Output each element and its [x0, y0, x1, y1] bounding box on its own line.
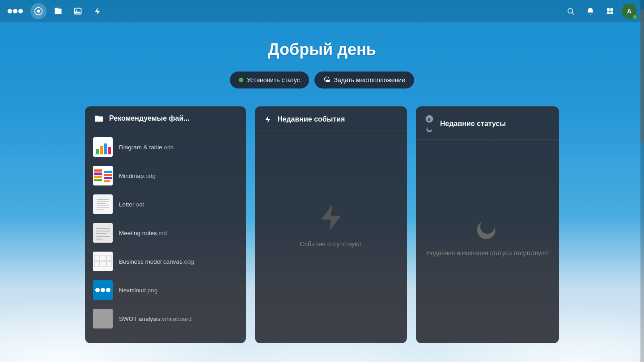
- file-name: Letter.odt: [119, 201, 144, 208]
- sun-icon: 🌤: [323, 76, 330, 84]
- nav-home[interactable]: [30, 3, 47, 19]
- statuses-empty-state: Недавние изменения статуса отсутствуют: [416, 140, 559, 328]
- events-empty-icon: [315, 202, 347, 233]
- svg-point-0: [8, 9, 12, 13]
- main-content: Добрый день Установить статус 🌤 Задать м…: [0, 22, 644, 343]
- svg-rect-16: [104, 143, 107, 154]
- svg-rect-23: [94, 179, 102, 181]
- notifications-button[interactable]: [582, 3, 598, 19]
- svg-rect-24: [104, 171, 112, 173]
- files-header-icon: [94, 114, 104, 122]
- svg-rect-14: [96, 149, 99, 154]
- svg-rect-10: [610, 8, 613, 11]
- set-location-label: Задать местоположение: [334, 76, 405, 84]
- svg-rect-28: [94, 196, 111, 213]
- file-name: SWOT analysis.whiteboard: [119, 316, 192, 322]
- statuses-card: Недавние статусы Недавние изменения стат…: [416, 106, 559, 343]
- events-card-header: Недавние события: [255, 106, 407, 131]
- search-button[interactable]: [563, 3, 579, 19]
- file-list: Diagram & table.ods: [85, 129, 246, 337]
- svg-point-2: [18, 9, 23, 13]
- list-item[interactable]: Letter.odt: [85, 190, 246, 219]
- svg-point-50: [106, 288, 110, 292]
- svg-rect-15: [100, 146, 103, 154]
- scrollbar-thumb[interactable]: [640, 9, 644, 143]
- svg-rect-27: [104, 180, 110, 182]
- svg-point-49: [101, 288, 105, 292]
- statuses-card-title: Недавние статусы: [440, 120, 506, 128]
- svg-point-1: [13, 9, 17, 13]
- file-thumbnail: [93, 194, 113, 214]
- status-buttons-row: Установить статус 🌤 Задать местоположени…: [230, 72, 414, 88]
- statuses-card-header: Недавние статусы: [416, 106, 559, 140]
- svg-line-8: [572, 13, 574, 14]
- file-thumbnail: [93, 309, 113, 328]
- statuses-empty-text: Недавние изменения статуса отсутствуют: [417, 249, 557, 257]
- user-avatar[interactable]: A: [622, 4, 637, 19]
- nav-activity[interactable]: [89, 3, 106, 19]
- contacts-button[interactable]: [602, 3, 618, 19]
- page-scrollbar[interactable]: [640, 0, 644, 362]
- list-item[interactable]: Mindmap.odg: [85, 161, 246, 190]
- svg-point-48: [95, 288, 100, 292]
- files-card-title: Рекомендуемые фай...: [109, 114, 190, 122]
- topbar: A: [0, 0, 644, 22]
- greeting-heading: Добрый день: [268, 40, 376, 59]
- nextcloud-logo[interactable]: [7, 3, 23, 19]
- set-status-label: Установить статус: [247, 76, 300, 84]
- events-card-title: Недавние события: [277, 115, 345, 123]
- list-item[interactable]: Meeting notes.md: [85, 219, 246, 247]
- events-card: Недавние события События отсутствуют: [255, 106, 407, 343]
- topbar-left: [7, 3, 563, 19]
- list-item[interactable]: Business model canvas.odg: [85, 247, 246, 276]
- avatar-status-badge: [632, 14, 638, 20]
- events-empty-state: События отсутствуют: [255, 131, 407, 319]
- cards-row: Рекомендуемые фай...: [85, 106, 559, 343]
- svg-rect-25: [104, 174, 112, 176]
- statuses-header-icon: [425, 114, 435, 133]
- svg-rect-51: [93, 309, 113, 328]
- svg-rect-26: [104, 177, 112, 179]
- file-name: Nextcloud.png: [119, 287, 157, 294]
- svg-rect-21: [94, 173, 102, 175]
- svg-point-4: [37, 10, 40, 13]
- events-empty-text: События отсутствуют: [291, 240, 371, 248]
- file-thumbnail: [93, 223, 113, 243]
- file-thumbnail: [93, 280, 113, 300]
- file-name: Business model canvas.odg: [119, 258, 194, 265]
- file-thumbnail: [93, 252, 113, 271]
- file-thumbnail: [93, 166, 113, 185]
- svg-rect-12: [610, 12, 613, 14]
- svg-rect-11: [607, 12, 610, 14]
- svg-point-6: [76, 10, 77, 11]
- topbar-right: A: [563, 3, 637, 19]
- svg-point-7: [568, 8, 573, 13]
- events-header-icon: [264, 114, 272, 124]
- list-item[interactable]: Nextcloud.png: [85, 276, 246, 304]
- svg-rect-35: [93, 223, 113, 243]
- svg-rect-17: [108, 147, 111, 154]
- file-name: Diagram & table.ods: [119, 144, 174, 151]
- list-item[interactable]: Diagram & table.ods: [85, 133, 246, 161]
- file-thumbnail: [93, 137, 113, 157]
- nav-files[interactable]: [50, 3, 66, 19]
- svg-rect-9: [607, 8, 610, 11]
- file-name: Meeting notes.md: [119, 230, 167, 236]
- nav-photos[interactable]: [70, 3, 86, 19]
- set-location-button[interactable]: 🌤 Задать местоположение: [314, 72, 414, 88]
- file-name: Mindmap.odg: [119, 173, 156, 179]
- svg-rect-22: [94, 176, 102, 178]
- files-card: Рекомендуемые фай...: [85, 106, 246, 343]
- set-status-button[interactable]: Установить статус: [230, 72, 309, 88]
- svg-rect-20: [94, 169, 102, 172]
- status-online-dot: [239, 78, 243, 82]
- list-item[interactable]: SWOT analysis.whiteboard: [85, 304, 246, 333]
- files-card-header: Рекомендуемые фай...: [85, 106, 246, 129]
- statuses-empty-icon: [472, 211, 503, 242]
